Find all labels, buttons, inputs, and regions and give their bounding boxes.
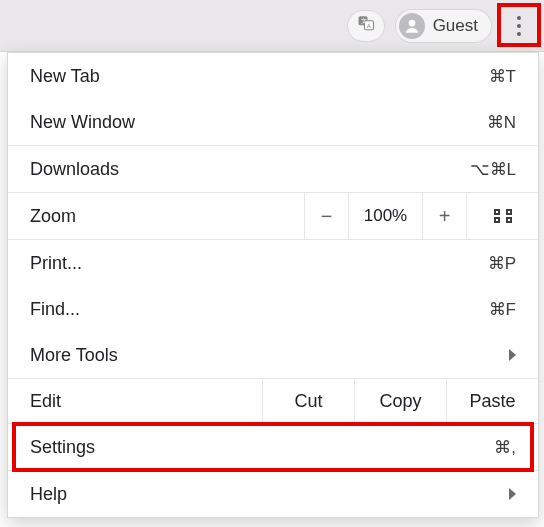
fullscreen-button[interactable] bbox=[466, 193, 538, 239]
translate-button[interactable]: 文 A bbox=[347, 10, 385, 42]
menu-item-zoom: Zoom − 100% + bbox=[8, 192, 538, 240]
menu-item-edit: Edit Cut Copy Paste bbox=[8, 378, 538, 424]
menu-item-find[interactable]: Find... ⌘F bbox=[8, 286, 538, 332]
menu-item-label: Downloads bbox=[30, 159, 456, 180]
fullscreen-icon bbox=[494, 209, 512, 223]
menu-item-label: New Window bbox=[30, 112, 456, 133]
edit-cut-button[interactable]: Cut bbox=[262, 379, 354, 423]
avatar-icon bbox=[399, 13, 425, 39]
shortcut-label: ⌘T bbox=[456, 66, 516, 87]
menu-item-help[interactable]: Help bbox=[8, 471, 538, 517]
more-vert-icon bbox=[517, 16, 521, 36]
zoom-in-button[interactable]: + bbox=[422, 193, 466, 239]
svg-point-4 bbox=[408, 19, 415, 26]
menu-item-label: New Tab bbox=[30, 66, 456, 87]
shortcut-label: ⌘P bbox=[456, 253, 516, 274]
edit-copy-button[interactable]: Copy bbox=[354, 379, 446, 423]
menu-item-label: Find... bbox=[30, 299, 456, 320]
shortcut-label: ⌘, bbox=[456, 437, 516, 458]
chevron-right-icon bbox=[509, 488, 516, 500]
browser-toolbar: 文 A Guest bbox=[0, 0, 544, 52]
menu-item-new-window[interactable]: New Window ⌘N bbox=[8, 99, 538, 145]
edit-paste-button[interactable]: Paste bbox=[446, 379, 538, 423]
browser-menu: New Tab ⌘T New Window ⌘N Downloads ⌥⌘L Z… bbox=[7, 52, 539, 518]
profile-chip[interactable]: Guest bbox=[395, 9, 492, 43]
menu-item-label: More Tools bbox=[30, 345, 509, 366]
svg-text:文: 文 bbox=[360, 17, 366, 24]
zoom-value: 100% bbox=[348, 193, 422, 239]
shortcut-label: ⌘F bbox=[456, 299, 516, 320]
menu-item-more-tools[interactable]: More Tools bbox=[8, 332, 538, 378]
chevron-right-icon bbox=[509, 349, 516, 361]
shortcut-label: ⌘N bbox=[456, 112, 516, 133]
menu-item-settings[interactable]: Settings ⌘, bbox=[8, 424, 538, 470]
shortcut-label: ⌥⌘L bbox=[456, 159, 516, 180]
overflow-menu-button[interactable] bbox=[502, 9, 536, 43]
menu-item-label: Print... bbox=[30, 253, 456, 274]
menu-item-print[interactable]: Print... ⌘P bbox=[8, 240, 538, 286]
menu-item-downloads[interactable]: Downloads ⌥⌘L bbox=[8, 146, 538, 192]
svg-text:A: A bbox=[366, 23, 370, 29]
edit-label: Edit bbox=[8, 379, 262, 423]
translate-icon: 文 A bbox=[357, 14, 375, 37]
menu-item-label: Help bbox=[30, 484, 509, 505]
menu-item-new-tab[interactable]: New Tab ⌘T bbox=[8, 53, 538, 99]
zoom-label: Zoom bbox=[8, 193, 304, 239]
zoom-out-button[interactable]: − bbox=[304, 193, 348, 239]
profile-label: Guest bbox=[433, 16, 478, 36]
menu-item-label: Settings bbox=[30, 437, 456, 458]
